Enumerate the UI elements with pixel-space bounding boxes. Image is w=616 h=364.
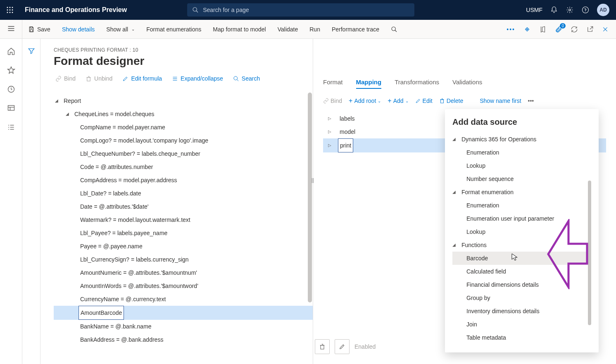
format-enumerations-button[interactable]: Format enumerations: [146, 26, 201, 33]
save-button[interactable]: Save: [28, 26, 50, 33]
attachments-icon[interactable]: 0: [555, 26, 562, 33]
tree-node[interactable]: AmountInWords = @.attributes.'$amountwor…: [54, 279, 313, 293]
more-icon[interactable]: •••: [528, 98, 534, 104]
tree-scrollbar[interactable]: [308, 93, 312, 302]
tab-format[interactable]: Format: [323, 79, 343, 89]
popover-item[interactable]: Enumeration: [452, 146, 591, 159]
popout-icon[interactable]: [586, 26, 594, 33]
popover-category[interactable]: ◢Dynamics 365 for Operations: [452, 133, 591, 146]
popover-item[interactable]: Group by: [452, 291, 591, 305]
unbind-button[interactable]: Unbind: [86, 75, 112, 82]
popover-item[interactable]: Number sequence: [452, 172, 591, 186]
office-icon[interactable]: [539, 26, 547, 33]
svg-point-2: [12, 7, 13, 8]
tree-node-report[interactable]: ◢Report: [54, 94, 313, 107]
svg-line-10: [196, 11, 198, 12]
tree-node[interactable]: Payee = @.payee.name: [54, 240, 313, 253]
tree-node[interactable]: Lbl_Date? = labels.date: [54, 187, 313, 200]
tree-node[interactable]: Lbl_CurrencySign? = labels.currency_sign: [54, 253, 313, 266]
tree-node[interactable]: AmountNumeric = @.attributes.'$amountnum…: [54, 266, 313, 279]
delete-button[interactable]: Delete: [439, 98, 463, 104]
edit-button[interactable]: Edit: [415, 98, 433, 104]
popover-item[interactable]: Inventory dimensions details: [452, 305, 591, 318]
bell-icon[interactable]: [550, 6, 558, 14]
tree-node-chequelines[interactable]: ◢ChequeLines = model.cheques: [54, 107, 313, 121]
popover-item[interactable]: Enumeration: [452, 199, 591, 212]
waffle-icon[interactable]: [0, 0, 20, 20]
svg-line-20: [395, 30, 397, 32]
collapse-icon[interactable]: ◢: [452, 238, 458, 252]
svg-rect-39: [440, 100, 443, 103]
tree-node[interactable]: AmountBarcode: [54, 306, 313, 320]
edit-formula-button[interactable]: Edit formula: [122, 75, 162, 82]
tree-node[interactable]: Code = @.attributes.number: [54, 160, 313, 174]
add-root-button[interactable]: +Add root⌄: [349, 97, 381, 105]
avatar[interactable]: AD: [597, 4, 609, 16]
tree-search-button[interactable]: Search: [233, 75, 260, 82]
popover-item[interactable]: Table metadata: [452, 331, 591, 344]
popover-item[interactable]: Join: [452, 318, 591, 331]
tab-validations[interactable]: Validations: [452, 79, 482, 89]
validate-button[interactable]: Validate: [278, 26, 298, 33]
splitter-handle[interactable]: ||: [311, 175, 315, 185]
hamburger-icon[interactable]: [7, 24, 15, 34]
gear-icon[interactable]: [566, 6, 574, 14]
collapse-icon[interactable]: ◢: [64, 107, 70, 121]
bind-button[interactable]: Bind: [55, 75, 76, 82]
expand-collapse-button[interactable]: Expand/collapse: [172, 75, 223, 82]
popover-item[interactable]: Barcode: [452, 252, 591, 265]
popover-item[interactable]: Lookup: [452, 225, 591, 238]
modules-icon[interactable]: [7, 123, 15, 131]
global-search[interactable]: Search for a page: [187, 3, 414, 17]
workspace-icon[interactable]: [7, 104, 15, 112]
show-details-button[interactable]: Show details: [62, 26, 95, 33]
popover-item[interactable]: Calculated field: [452, 265, 591, 278]
tree-node[interactable]: CompName = model.payer.name: [54, 121, 313, 134]
diamond-icon[interactable]: [523, 26, 531, 33]
performance-trace-button[interactable]: Performance trace: [332, 26, 379, 33]
map-format-button[interactable]: Map format to model: [213, 26, 266, 33]
star-icon[interactable]: [7, 66, 15, 74]
collapse-icon[interactable]: ◢: [452, 133, 458, 146]
tree-node[interactable]: Date = @.attributes.'$date': [54, 200, 313, 213]
tab-mapping[interactable]: Mapping: [356, 79, 382, 89]
actionbar-search-icon[interactable]: [391, 26, 397, 33]
expand-icon[interactable]: ▷: [328, 125, 334, 138]
clock-icon[interactable]: [7, 85, 15, 93]
tree-node[interactable]: CompAddress = model.payer.address: [54, 174, 313, 187]
expand-icon[interactable]: ▷: [328, 112, 334, 125]
popover-item[interactable]: Financial dimensions details: [452, 278, 591, 291]
show-name-first-button[interactable]: Show name first: [480, 98, 521, 104]
tree-node[interactable]: BankName = @.bank.name: [54, 320, 313, 333]
tab-transformations[interactable]: Transformations: [395, 79, 439, 89]
popover-item[interactable]: Lookup: [452, 159, 591, 172]
home-icon[interactable]: [7, 47, 15, 55]
help-icon[interactable]: [581, 6, 590, 14]
collapse-icon[interactable]: ◢: [452, 186, 458, 199]
popover-scrollbar[interactable]: [588, 181, 591, 325]
bottom-delete-button[interactable]: [315, 339, 330, 354]
tree-node[interactable]: Watermark? = model.layout.watermark.text: [54, 213, 313, 226]
tree-node[interactable]: CompLogo? = model.layout.'company logo'.…: [54, 134, 313, 147]
run-button[interactable]: Run: [309, 26, 320, 33]
tree-node[interactable]: CurrencyName = @.currency.text: [54, 293, 313, 306]
tree-node[interactable]: Lbl_ChequeNumber? = labels.cheque_number: [54, 147, 313, 160]
bottom-edit-button[interactable]: [335, 339, 350, 354]
popover-list[interactable]: ◢Dynamics 365 for OperationsEnumerationL…: [452, 133, 591, 344]
popover-category[interactable]: ◢Format enumeration: [452, 186, 591, 199]
collapse-icon[interactable]: ◢: [54, 94, 59, 107]
expand-icon[interactable]: ▷: [328, 139, 334, 152]
tree-node[interactable]: Lbl_Payee? = labels.payee_name: [54, 226, 313, 240]
close-icon[interactable]: [602, 26, 609, 33]
popover-category[interactable]: ◢Functions: [452, 238, 591, 252]
popover-item[interactable]: Enumeration user input parameter: [452, 212, 591, 225]
refresh-icon[interactable]: [571, 26, 578, 33]
add-button[interactable]: +Add⌄: [388, 97, 408, 105]
company-code[interactable]: USMF: [526, 7, 542, 13]
show-all-button[interactable]: Show all⌄: [106, 26, 135, 33]
tree-node[interactable]: BankAddress = @.bank.address: [54, 333, 313, 346]
format-tree[interactable]: ◢Report◢ChequeLines = model.chequesCompN…: [49, 93, 313, 346]
filter-icon[interactable]: [28, 47, 35, 364]
ellipsis-icon[interactable]: •••: [507, 26, 515, 33]
map-bind-button[interactable]: Bind: [323, 98, 342, 104]
